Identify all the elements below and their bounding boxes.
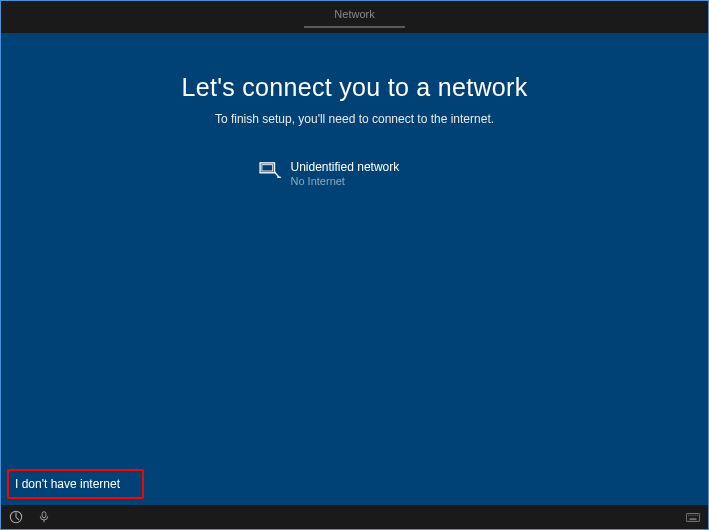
svg-rect-5 xyxy=(42,512,46,518)
microphone-icon[interactable] xyxy=(37,510,51,524)
svg-point-11 xyxy=(695,515,696,516)
main-content: Let's connect you to a network To finish… xyxy=(1,33,708,191)
keyboard-icon[interactable] xyxy=(686,510,700,524)
svg-rect-7 xyxy=(686,513,699,521)
ethernet-icon xyxy=(259,162,281,180)
page-title: Let's connect you to a network xyxy=(1,73,708,102)
network-name: Unidentified network xyxy=(291,160,400,174)
svg-point-8 xyxy=(688,515,689,516)
network-text: Unidentified network No Internet xyxy=(291,160,400,187)
footer-bar xyxy=(1,505,708,529)
svg-point-9 xyxy=(690,515,691,516)
svg-rect-13 xyxy=(690,518,697,519)
svg-point-10 xyxy=(693,515,694,516)
bottom-actions: I don't have internet xyxy=(7,469,144,499)
header-bar: Network xyxy=(1,1,708,33)
network-list: Unidentified network No Internet xyxy=(1,156,708,191)
page-subtitle: To finish setup, you'll need to connect … xyxy=(1,112,708,126)
tab-network[interactable]: Network xyxy=(334,8,374,26)
svg-point-12 xyxy=(697,515,698,516)
ease-of-access-icon[interactable] xyxy=(9,510,23,524)
network-item[interactable]: Unidentified network No Internet xyxy=(255,156,455,191)
tab-label: Network xyxy=(334,8,374,20)
skip-internet-button[interactable]: I don't have internet xyxy=(7,469,144,499)
svg-line-2 xyxy=(274,172,279,177)
svg-rect-1 xyxy=(261,165,272,171)
network-status: No Internet xyxy=(291,175,400,187)
